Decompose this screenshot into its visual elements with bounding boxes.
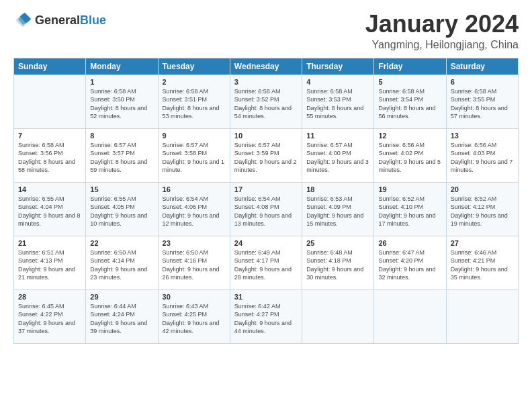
day-info: Sunrise: 6:50 AMSunset: 4:16 PMDaylight:… xyxy=(163,248,226,282)
week-row-2: 7Sunrise: 6:58 AMSunset: 3:56 PMDaylight… xyxy=(14,128,519,182)
day-info: Sunrise: 6:46 AMSunset: 4:21 PMDaylight:… xyxy=(451,248,514,282)
day-info: Sunrise: 6:44 AMSunset: 4:24 PMDaylight:… xyxy=(90,302,153,336)
week-row-4: 21Sunrise: 6:51 AMSunset: 4:13 PMDayligh… xyxy=(14,236,519,289)
cell-w3-d4: 17Sunrise: 6:54 AMSunset: 4:08 PMDayligh… xyxy=(230,182,302,236)
day-info: Sunrise: 6:56 AMSunset: 4:03 PMDaylight:… xyxy=(451,141,514,175)
day-number: 30 xyxy=(163,293,226,301)
day-info: Sunrise: 6:58 AMSunset: 3:53 PMDaylight:… xyxy=(306,87,369,121)
cell-w5-d5 xyxy=(302,289,374,343)
day-number: 15 xyxy=(90,185,153,193)
col-wednesday: Wednesday xyxy=(230,58,302,75)
col-thursday: Thursday xyxy=(302,58,374,75)
day-info: Sunrise: 6:58 AMSunset: 3:56 PMDaylight:… xyxy=(18,141,81,175)
week-row-1: 1Sunrise: 6:58 AMSunset: 3:50 PMDaylight… xyxy=(14,75,519,128)
cell-w3-d5: 18Sunrise: 6:53 AMSunset: 4:09 PMDayligh… xyxy=(302,182,374,236)
cell-w2-d2: 8Sunrise: 6:57 AMSunset: 3:57 PMDaylight… xyxy=(86,128,158,182)
cell-w1-d6: 5Sunrise: 6:58 AMSunset: 3:54 PMDaylight… xyxy=(374,75,446,128)
day-info: Sunrise: 6:52 AMSunset: 4:12 PMDaylight:… xyxy=(451,195,514,228)
cell-w2-d7: 13Sunrise: 6:56 AMSunset: 4:03 PMDayligh… xyxy=(446,128,518,182)
day-info: Sunrise: 6:55 AMSunset: 4:04 PMDaylight:… xyxy=(18,195,81,228)
day-number: 2 xyxy=(163,78,226,86)
cell-w1-d3: 2Sunrise: 6:58 AMSunset: 3:51 PMDaylight… xyxy=(158,75,230,128)
day-info: Sunrise: 6:57 AMSunset: 3:58 PMDaylight:… xyxy=(163,141,226,175)
col-monday: Monday xyxy=(86,58,158,75)
cell-w5-d1: 28Sunrise: 6:45 AMSunset: 4:22 PMDayligh… xyxy=(14,289,86,343)
day-info: Sunrise: 6:51 AMSunset: 4:13 PMDaylight:… xyxy=(18,248,81,282)
logo-icon xyxy=(13,11,32,30)
day-info: Sunrise: 6:57 AMSunset: 4:00 PMDaylight:… xyxy=(306,141,369,175)
cell-w5-d2: 29Sunrise: 6:44 AMSunset: 4:24 PMDayligh… xyxy=(86,289,158,343)
cell-w4-d7: 27Sunrise: 6:46 AMSunset: 4:21 PMDayligh… xyxy=(446,236,518,289)
day-info: Sunrise: 6:52 AMSunset: 4:10 PMDaylight:… xyxy=(378,195,441,228)
cell-w5-d7 xyxy=(446,289,518,343)
header-row: Sunday Monday Tuesday Wednesday Thursday… xyxy=(14,58,519,75)
day-number: 20 xyxy=(451,185,514,193)
cell-w2-d3: 9Sunrise: 6:57 AMSunset: 3:58 PMDaylight… xyxy=(158,128,230,182)
col-saturday: Saturday xyxy=(446,58,518,75)
day-number: 24 xyxy=(234,239,298,247)
cell-w2-d5: 11Sunrise: 6:57 AMSunset: 4:00 PMDayligh… xyxy=(302,128,374,182)
cell-w4-d4: 24Sunrise: 6:49 AMSunset: 4:17 PMDayligh… xyxy=(230,236,302,289)
day-number: 31 xyxy=(234,293,298,301)
day-info: Sunrise: 6:55 AMSunset: 4:05 PMDaylight:… xyxy=(90,195,153,228)
cell-w4-d3: 23Sunrise: 6:50 AMSunset: 4:16 PMDayligh… xyxy=(158,236,230,289)
day-info: Sunrise: 6:53 AMSunset: 4:09 PMDaylight:… xyxy=(306,195,369,228)
day-info: Sunrise: 6:58 AMSunset: 3:54 PMDaylight:… xyxy=(378,87,441,121)
cell-w4-d2: 22Sunrise: 6:50 AMSunset: 4:14 PMDayligh… xyxy=(86,236,158,289)
week-row-5: 28Sunrise: 6:45 AMSunset: 4:22 PMDayligh… xyxy=(14,289,519,343)
cell-w3-d3: 16Sunrise: 6:54 AMSunset: 4:06 PMDayligh… xyxy=(158,182,230,236)
day-number: 28 xyxy=(18,293,81,301)
day-info: Sunrise: 6:58 AMSunset: 3:51 PMDaylight:… xyxy=(163,87,226,121)
day-info: Sunrise: 6:58 AMSunset: 3:55 PMDaylight:… xyxy=(451,87,514,121)
day-number: 6 xyxy=(451,78,514,86)
day-number: 7 xyxy=(18,132,81,140)
day-number: 13 xyxy=(451,132,514,140)
day-info: Sunrise: 6:56 AMSunset: 4:02 PMDaylight:… xyxy=(378,141,441,175)
cell-w5-d6 xyxy=(374,289,446,343)
cell-w4-d1: 21Sunrise: 6:51 AMSunset: 4:13 PMDayligh… xyxy=(14,236,86,289)
day-number: 1 xyxy=(90,78,153,86)
day-number: 27 xyxy=(451,239,514,247)
title-block: January 2024 Yangming, Heilongjiang, Chi… xyxy=(365,11,519,51)
cell-w1-d1 xyxy=(14,75,86,128)
header: GeneralBlue January 2024 Yangming, Heilo… xyxy=(13,11,519,51)
day-number: 26 xyxy=(378,239,441,247)
day-info: Sunrise: 6:58 AMSunset: 3:50 PMDaylight:… xyxy=(90,87,153,121)
cell-w2-d6: 12Sunrise: 6:56 AMSunset: 4:02 PMDayligh… xyxy=(374,128,446,182)
day-info: Sunrise: 6:57 AMSunset: 3:59 PMDaylight:… xyxy=(234,141,298,175)
day-info: Sunrise: 6:43 AMSunset: 4:25 PMDaylight:… xyxy=(163,302,226,336)
logo-text: GeneralBlue xyxy=(35,13,106,28)
day-number: 5 xyxy=(378,78,441,86)
day-number: 22 xyxy=(90,239,153,247)
cell-w3-d7: 20Sunrise: 6:52 AMSunset: 4:12 PMDayligh… xyxy=(446,182,518,236)
day-number: 18 xyxy=(306,185,369,193)
day-number: 9 xyxy=(163,132,226,140)
calendar-table: Sunday Monday Tuesday Wednesday Thursday… xyxy=(13,58,519,344)
cell-w5-d4: 31Sunrise: 6:42 AMSunset: 4:27 PMDayligh… xyxy=(230,289,302,343)
col-sunday: Sunday xyxy=(14,58,86,75)
logo-general: General xyxy=(35,13,80,27)
cell-w4-d5: 25Sunrise: 6:48 AMSunset: 4:18 PMDayligh… xyxy=(302,236,374,289)
cell-w3-d1: 14Sunrise: 6:55 AMSunset: 4:04 PMDayligh… xyxy=(14,182,86,236)
day-number: 8 xyxy=(90,132,153,140)
day-number: 16 xyxy=(163,185,226,193)
cell-w2-d1: 7Sunrise: 6:58 AMSunset: 3:56 PMDaylight… xyxy=(14,128,86,182)
day-info: Sunrise: 6:45 AMSunset: 4:22 PMDaylight:… xyxy=(18,302,81,336)
cell-w5-d3: 30Sunrise: 6:43 AMSunset: 4:25 PMDayligh… xyxy=(158,289,230,343)
day-info: Sunrise: 6:48 AMSunset: 4:18 PMDaylight:… xyxy=(306,248,369,282)
day-info: Sunrise: 6:42 AMSunset: 4:27 PMDaylight:… xyxy=(234,302,298,336)
cell-w1-d4: 3Sunrise: 6:58 AMSunset: 3:52 PMDaylight… xyxy=(230,75,302,128)
page-container: GeneralBlue January 2024 Yangming, Heilo… xyxy=(0,0,532,351)
location-title: Yangming, Heilongjiang, China xyxy=(365,39,519,51)
day-number: 25 xyxy=(306,239,369,247)
col-tuesday: Tuesday xyxy=(158,58,230,75)
day-number: 11 xyxy=(306,132,369,140)
day-number: 23 xyxy=(163,239,226,247)
week-row-3: 14Sunrise: 6:55 AMSunset: 4:04 PMDayligh… xyxy=(14,182,519,236)
cell-w2-d4: 10Sunrise: 6:57 AMSunset: 3:59 PMDayligh… xyxy=(230,128,302,182)
day-number: 14 xyxy=(18,185,81,193)
cell-w1-d5: 4Sunrise: 6:58 AMSunset: 3:53 PMDaylight… xyxy=(302,75,374,128)
col-friday: Friday xyxy=(374,58,446,75)
day-info: Sunrise: 6:58 AMSunset: 3:52 PMDaylight:… xyxy=(234,87,298,121)
day-info: Sunrise: 6:57 AMSunset: 3:57 PMDaylight:… xyxy=(90,141,153,175)
